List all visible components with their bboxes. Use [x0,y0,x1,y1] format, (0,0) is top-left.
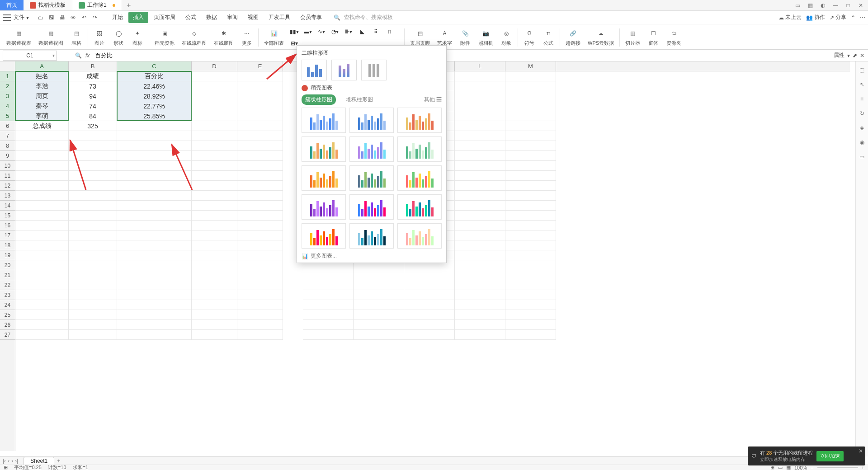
cell-A2[interactable]: 李浩 [15,81,69,91]
tab-data[interactable]: 数据 [202,12,222,23]
cell-A17[interactable] [15,230,69,240]
cell-L1[interactable] [455,71,505,81]
cell-K25[interactable] [404,310,455,320]
cell-M24[interactable] [505,300,556,310]
cell-L26[interactable] [455,320,505,330]
cell-E14[interactable] [237,201,283,211]
chart-bar-icon[interactable]: ▬▾ [302,27,314,37]
sp-cursor-icon[interactable]: ↖ [858,80,866,89]
cell-B1[interactable]: 成绩 [69,71,117,81]
rb-form[interactable]: ☐窗体 [645,26,662,49]
col-header-A[interactable]: A [15,61,69,71]
cell-L13[interactable] [455,191,505,201]
cell-E12[interactable] [237,181,283,191]
cell-B19[interactable] [69,250,117,260]
rb-icon[interactable]: ✦图标 [129,26,146,49]
cell-A8[interactable] [15,141,69,151]
cell-M17[interactable] [505,230,556,240]
cell-D16[interactable] [192,221,237,230]
tab-add[interactable]: + [122,0,136,10]
row-header-5[interactable]: 5 [0,111,15,121]
cell-E17[interactable] [237,230,283,240]
cell-C7[interactable] [117,131,192,141]
cell-L11[interactable] [455,171,505,181]
cell-E19[interactable] [237,250,283,260]
cell-D27[interactable] [192,330,237,340]
subtab-clustered[interactable]: 簇状柱形图 [302,94,336,105]
mode-icon[interactable]: ⊞ [4,465,8,470]
cell-D26[interactable] [192,320,237,330]
row-header-11[interactable]: 11 [0,171,15,181]
cell-M12[interactable] [505,181,556,191]
tab-templates[interactable]: 找稻壳模板 [24,0,72,10]
search-icon[interactable]: 🔍 [75,52,82,59]
cell-E22[interactable] [237,280,283,290]
rb-shape[interactable]: ◯形状 [110,26,127,49]
cell-C16[interactable] [117,221,192,230]
cell-D7[interactable] [192,131,237,141]
cell-C23[interactable] [117,290,192,300]
cell-B22[interactable] [69,280,117,290]
cell-C4[interactable]: 22.77% [117,101,192,111]
cell-E24[interactable] [237,300,283,310]
cell-B2[interactable]: 73 [69,81,117,91]
rb-mindmap[interactable]: ✱在线脑图 [211,26,236,49]
cell-M13[interactable] [505,191,556,201]
cell-A10[interactable] [15,161,69,171]
cell-E26[interactable] [237,320,283,330]
cell-C26[interactable] [117,320,192,330]
row-header-19[interactable]: 19 [0,250,15,260]
cell-C17[interactable] [117,230,192,240]
cell-M27[interactable] [505,330,556,340]
cell-A15[interactable] [15,211,69,221]
chart-combo-icon[interactable]: ⎍ [383,27,395,37]
cell-E20[interactable] [237,260,283,270]
row-header-17[interactable]: 17 [0,230,15,240]
cell-A3[interactable]: 周页 [15,91,69,101]
row-header-12[interactable]: 12 [0,181,15,191]
cell-C27[interactable] [117,330,192,340]
cell-A19[interactable] [15,250,69,260]
cell-L9[interactable] [455,151,505,161]
cell-D3[interactable] [192,91,237,101]
cell-A14[interactable] [15,201,69,211]
cell-C1[interactable]: 百分比 [117,71,192,81]
cell-A16[interactable] [15,221,69,230]
cell-I25[interactable] [303,310,354,320]
row-header-23[interactable]: 23 [0,290,15,300]
cell-C14[interactable] [117,201,192,211]
col-header-L[interactable]: L [455,61,505,71]
chart-thumb-8[interactable] [349,165,394,191]
rb-table[interactable]: ▤表格 [68,26,85,49]
undo-icon[interactable]: ↶ [80,14,88,21]
cell-J26[interactable] [354,320,404,330]
chart-line-icon[interactable]: ∿▾ [316,27,327,37]
cell-A13[interactable] [15,191,69,201]
cell-M14[interactable] [505,201,556,211]
rb-cloud-data[interactable]: ☁WPS云数据 [585,26,617,49]
preview-icon[interactable]: 👁 [70,14,77,21]
tab-workbook[interactable]: 工作簿1 [72,0,122,10]
name-box[interactable]: C1 [3,51,57,61]
cell-J23[interactable] [354,290,404,300]
cell-M25[interactable] [505,310,556,320]
cell-B14[interactable] [69,201,117,211]
chart-thumb-7[interactable] [302,165,346,191]
cell-A5[interactable]: 李萌 [15,111,69,121]
cell-L14[interactable] [455,201,505,211]
cell-L3[interactable] [455,91,505,101]
cell-K21[interactable] [404,270,455,280]
cell-M19[interactable] [505,250,556,260]
chart-stock-icon[interactable]: ⊪▾ [343,27,354,37]
rb-docer[interactable]: ▣稻壳资源 [152,26,177,49]
other-link[interactable]: 其他 ☰ [424,96,442,103]
cell-E4[interactable] [237,101,283,111]
cell-I24[interactable] [303,300,354,310]
cell-E25[interactable] [237,310,283,320]
sheet-last-icon[interactable]: ›| [15,458,18,464]
row-header-8[interactable]: 8 [0,141,15,151]
cell-A22[interactable] [15,280,69,290]
chart-thumb-9[interactable] [397,165,442,191]
cell-C5[interactable]: 25.85% [117,111,192,121]
tab-home[interactable]: 首页 [0,0,24,10]
